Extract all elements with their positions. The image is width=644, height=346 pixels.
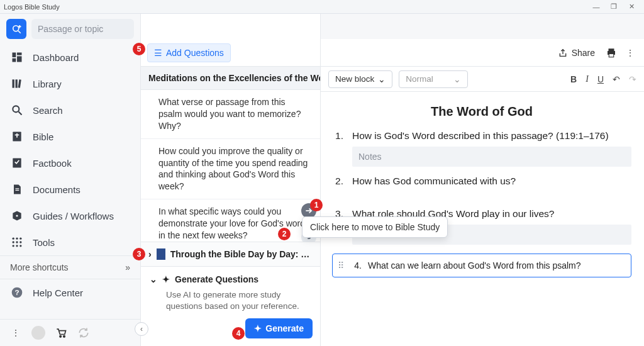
question-item[interactable]: How could you improve the quality or qua…	[141, 139, 320, 200]
chevron-down-icon: ⌄	[453, 74, 461, 84]
study-question[interactable]: 2. How has God communicated with us?	[332, 176, 631, 187]
sidebar-item-search[interactable]: Search	[0, 97, 140, 123]
book-thumb-icon	[157, 248, 165, 260]
text-style-label: Normal	[406, 74, 433, 84]
tooltip: Click here to move to Bible Study	[302, 216, 448, 238]
svg-point-11	[13, 106, 19, 112]
svg-rect-9	[16, 79, 18, 87]
study-question[interactable]: 1. How is God's Word described in this p…	[332, 130, 631, 142]
sync-icon[interactable]	[77, 326, 91, 340]
question-item[interactable]: In what specific ways could you demonstr…	[141, 199, 320, 241]
collapse-sidebar-button[interactable]: ‹	[135, 322, 148, 336]
sidebar-item-bible[interactable]: Bible	[0, 123, 140, 150]
question-item[interactable]: What verse or passage from this psalm wo…	[141, 90, 320, 139]
window-minimize-icon[interactable]: —	[587, 3, 605, 11]
generate-title: Generate Questions	[175, 274, 258, 284]
source-title[interactable]: Meditations on the Excellencies of the W…	[141, 67, 320, 90]
svg-point-33	[60, 336, 62, 338]
guides-icon	[10, 209, 24, 223]
bold-button[interactable]: B	[570, 74, 577, 84]
search-input[interactable]: Passage or topic	[31, 19, 134, 39]
window-maximize-icon[interactable]: ❐	[605, 3, 623, 11]
svg-point-20	[16, 215, 19, 218]
block-type-dropdown[interactable]: New block ⌄	[328, 70, 392, 88]
text-style-dropdown[interactable]: Normal ⌄	[399, 70, 468, 88]
more-menu-icon[interactable]: ⋮	[9, 326, 23, 340]
chevron-down-icon[interactable]: ⌄	[150, 274, 157, 284]
sidebar-item-label: Guides / Workflows	[33, 211, 114, 221]
generate-button[interactable]: ✦ Generate	[245, 318, 313, 338]
more-shortcuts-label: More shortcuts	[10, 262, 69, 272]
questions-panel: ☰ Add Questions Meditations on the Excel…	[141, 14, 321, 346]
sidebar-item-help[interactable]: ? Help Center	[0, 279, 140, 306]
svg-point-24	[13, 241, 14, 243]
generate-button-label: Generate	[265, 323, 304, 333]
svg-point-32	[31, 326, 45, 340]
drag-handle-icon[interactable]: ⠿	[338, 260, 344, 271]
sidebar-item-label: Bible	[33, 131, 53, 142]
share-button[interactable]: Share	[554, 45, 599, 60]
expand-icon: »	[125, 262, 130, 272]
svg-point-26	[19, 241, 21, 243]
svg-rect-7	[13, 59, 16, 62]
app-logo[interactable]	[6, 19, 26, 39]
svg-point-21	[13, 238, 14, 240]
svg-rect-38	[609, 53, 614, 57]
callout-badge-2: 2	[278, 228, 291, 240]
more-shortcuts-button[interactable]: More shortcuts »	[0, 255, 140, 279]
svg-rect-17	[16, 188, 19, 189]
svg-rect-36	[609, 48, 614, 51]
study-question-selected[interactable]: ⠿ 4. What can we learn about God's Word …	[332, 254, 631, 277]
sidebar-item-label: Documents	[33, 184, 80, 195]
svg-rect-8	[13, 79, 14, 87]
sidebar-item-library[interactable]: Library	[0, 70, 140, 97]
chevron-down-icon: ⌄	[378, 74, 386, 84]
svg-rect-14	[16, 133, 18, 138]
sidebar: Passage or topic Dashboard Library Searc…	[0, 14, 141, 346]
question-text: How has God communicated with us?	[352, 176, 516, 187]
sidebar-item-tools[interactable]: Tools	[0, 229, 140, 255]
question-number: 1.	[332, 130, 343, 142]
italic-button[interactable]: I	[586, 74, 589, 84]
sidebar-item-label: Factbook	[33, 158, 72, 169]
share-label: Share	[572, 48, 595, 58]
question-number: 4.	[350, 260, 362, 271]
sidebar-item-factbook[interactable]: Factbook	[0, 150, 140, 176]
document-title[interactable]: The Word of God	[332, 104, 631, 119]
undo-icon[interactable]: ↶	[613, 74, 620, 84]
block-type-label: New block	[335, 74, 374, 84]
kebab-menu-icon[interactable]: ⋮	[624, 47, 636, 59]
dashboard-icon	[10, 50, 24, 64]
callout-badge-1: 1	[310, 199, 323, 211]
sidebar-item-label: Search	[33, 105, 63, 116]
sidebar-item-label: Help Center	[33, 287, 83, 298]
generate-description: Use AI to generate more study questions …	[150, 287, 313, 318]
svg-text:?: ?	[14, 288, 19, 296]
add-questions-label: Add Questions	[166, 48, 224, 58]
add-questions-button[interactable]: ☰ Add Questions	[147, 43, 231, 62]
accordion-source[interactable]: › Through the Bible Day by Day: …	[141, 242, 320, 267]
help-icon: ?	[10, 286, 24, 299]
sidebar-item-documents[interactable]: Documents	[0, 176, 140, 203]
question-text: What can we learn about God's Word from …	[368, 260, 581, 271]
svg-line-12	[19, 112, 22, 115]
sidebar-item-dashboard[interactable]: Dashboard	[0, 44, 140, 70]
sidebar-item-label: Tools	[33, 237, 55, 248]
svg-point-28	[16, 245, 18, 247]
notes-input[interactable]: Notes	[352, 147, 631, 167]
avatar[interactable]	[31, 326, 45, 340]
window-close-icon[interactable]: ✕	[623, 3, 640, 11]
svg-rect-6	[17, 56, 22, 62]
cart-icon[interactable]	[54, 326, 68, 340]
svg-line-1	[18, 31, 21, 33]
redo-icon[interactable]: ↷	[629, 74, 636, 84]
accordion-label: Through the Bible Day by Day: …	[170, 249, 310, 259]
sidebar-item-guides[interactable]: Guides / Workflows	[0, 203, 140, 229]
callout-badge-5: 5	[133, 43, 145, 55]
search-icon	[10, 103, 24, 117]
callout-badge-4: 4	[232, 327, 245, 340]
underline-button[interactable]: U	[597, 74, 604, 84]
print-icon[interactable]	[605, 47, 618, 59]
svg-rect-15	[15, 135, 19, 136]
hamburger-icon: ☰	[154, 48, 162, 58]
